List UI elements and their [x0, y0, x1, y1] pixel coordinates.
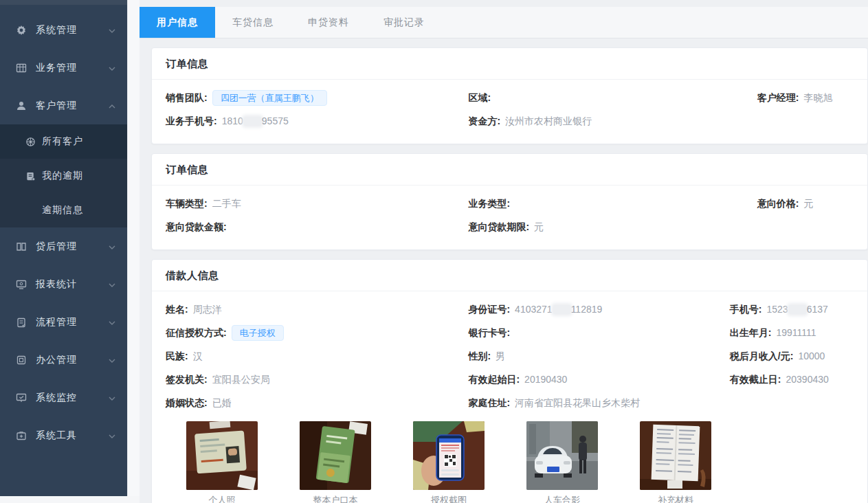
- sidebar-item-label: 客户管理: [36, 100, 108, 112]
- card-title: 订单信息: [152, 154, 867, 186]
- borrower-photos: 个人照: [186, 421, 854, 503]
- field-row: 车辆类型:二手车 业务类型: 意向价格:元: [166, 192, 854, 215]
- sidebar-item-reports[interactable]: 报表统计: [0, 265, 127, 303]
- toolbox-icon: [15, 429, 27, 441]
- auth-qr-photo[interactable]: [413, 421, 485, 490]
- card-body: 姓名:周志洋 身份证号:4103271112819 手机号:15236137 征…: [152, 291, 867, 503]
- field-label: 有效截止日:: [730, 374, 781, 385]
- order-info-card-2: 订单信息 车辆类型:二手车 业务类型: 意向价格:元 意向贷款金额:: [151, 153, 868, 250]
- chevron-down-icon: [108, 394, 116, 402]
- card-title: 借款人信息: [152, 260, 867, 291]
- field-row: 婚姻状态:已婚 家庭住址:河南省宜阳县花果山乡木柴村: [166, 391, 854, 414]
- sidebar-item-label: 系统监控: [36, 392, 108, 404]
- sidebar-content-divider: [127, 0, 140, 503]
- sidebar: 系统管理 业务管理 客户管理 所有客户 我的逾期 逾期信息: [0, 0, 127, 496]
- field-row: 意向贷款金额: 意向贷款期限:元: [166, 215, 854, 238]
- chevron-down-icon: [108, 243, 116, 251]
- credit-auth-tag: 电子授权: [232, 325, 284, 341]
- sidebar-item-monitor[interactable]: 系统监控: [0, 379, 127, 416]
- sidebar-item-overdue-info[interactable]: 逾期信息: [0, 193, 127, 227]
- field-row: 业务手机号:181095575 资金方:汝州市农村商业银行: [166, 109, 854, 133]
- tab-content: 订单信息 销售团队:四团一营（直属王鹏飞） 区域: 客户经理:李晓旭 业务手机号…: [140, 38, 868, 503]
- field-value: 汝州市农村商业银行: [505, 115, 592, 126]
- grid-icon: [15, 62, 27, 74]
- book-icon: [15, 241, 27, 252]
- sidebar-item-label: 贷后管理: [36, 241, 108, 253]
- sidebar-item-system[interactable]: 系统管理: [0, 11, 127, 49]
- field-value: 20190430: [524, 374, 567, 385]
- bottom-scroll-strip: [0, 496, 140, 503]
- field-value: 汉: [193, 350, 203, 361]
- card-body: 销售团队:四团一营（直属王鹏飞） 区域: 客户经理:李晓旭 业务手机号:1810…: [152, 80, 867, 144]
- clipboard-icon: [15, 316, 27, 328]
- tab-loan-application-docs[interactable]: 申贷资料: [291, 7, 366, 38]
- field-row: 征信授权方式:电子授权 银行卡号: 出生年月:19911111: [166, 321, 854, 344]
- sales-team-tag: 四团一营（直属王鹏飞）: [212, 90, 327, 106]
- person-car-photo[interactable]: [526, 421, 598, 490]
- photo-caption: 整本户口本: [300, 494, 371, 503]
- photo-caption: 人车合影: [526, 494, 598, 503]
- sidebar-item-process[interactable]: 流程管理: [0, 303, 127, 341]
- document-photo[interactable]: [640, 421, 711, 490]
- photo-caption: 个人照: [186, 494, 258, 503]
- field-label: 有效起始日:: [468, 374, 520, 385]
- order-info-card-1: 订单信息 销售团队:四团一营（直属王鹏飞） 区域: 客户经理:李晓旭 业务手机号…: [151, 47, 868, 144]
- field-value: 15236137: [766, 304, 827, 315]
- photo-item: 个人照: [186, 421, 258, 503]
- field-row: 签发机关:宜阳县公安局 有效起始日:20190430 有效截止日:2039043…: [166, 368, 854, 391]
- field-ethnicity: 民族:汉: [166, 350, 468, 363]
- sidebar-item-my-overdue[interactable]: 我的逾期: [0, 159, 127, 193]
- tab-approval-records[interactable]: 审批记录: [366, 7, 442, 38]
- tab-car-loan-info[interactable]: 车贷信息: [215, 7, 291, 38]
- sidebar-item-customer[interactable]: 客户管理: [0, 87, 127, 124]
- field-label: 签发机关:: [166, 374, 208, 385]
- field-value: 已婚: [212, 397, 232, 408]
- chevron-down-icon: [108, 26, 116, 34]
- chevron-down-icon: [108, 432, 116, 440]
- user-icon: [15, 100, 27, 111]
- field-value: 19911111: [776, 327, 816, 338]
- field-marital-status: 婚姻状态:已婚: [166, 396, 468, 410]
- field-label: 手机号:: [730, 304, 762, 315]
- sidebar-item-all-customers[interactable]: 所有客户: [0, 124, 127, 159]
- household-booklet-photo[interactable]: [300, 421, 371, 490]
- redacted-blur: [244, 117, 261, 126]
- chevron-down-icon: [108, 64, 116, 72]
- sidebar-item-postloan[interactable]: 贷后管理: [0, 227, 127, 265]
- sidebar-item-tools[interactable]: 系统工具: [0, 416, 127, 454]
- field-name: 姓名:周志洋: [166, 303, 468, 316]
- field-funder: 资金方:汝州市农村商业银行: [468, 115, 757, 128]
- field-sales-team: 销售团队:四团一营（直属王鹏飞）: [166, 90, 468, 106]
- field-label: 区域:: [468, 92, 491, 103]
- field-label: 车辆类型:: [166, 198, 208, 209]
- field-credit-auth: 征信授权方式:电子授权: [166, 325, 468, 341]
- sidebar-item-business[interactable]: 业务管理: [0, 49, 127, 87]
- field-home-address: 家庭住址:河南省宜阳县花果山乡木柴村: [468, 396, 729, 410]
- field-birth: 出生年月:19911111: [730, 326, 854, 339]
- chevron-down-icon: [108, 280, 116, 289]
- field-value: 10000: [798, 350, 825, 361]
- square-icon: [15, 354, 27, 366]
- sidebar-item-label: 流程管理: [36, 316, 108, 328]
- photo-item: 人车合影: [526, 421, 598, 503]
- field-label: 身份证号:: [468, 304, 510, 315]
- sidebar-item-label: 系统管理: [36, 24, 108, 36]
- field-value: 181095575: [222, 115, 289, 126]
- field-label: 姓名:: [166, 304, 188, 315]
- field-business-phone: 业务手机号:181095575: [166, 115, 468, 128]
- photo-caption: 补充材料: [640, 494, 711, 503]
- photo-item: 整本户口本: [300, 421, 371, 503]
- redacted-blur: [789, 305, 806, 314]
- field-label: 业务类型:: [468, 198, 510, 209]
- monitor-icon: [15, 278, 27, 290]
- field-value: 20390430: [786, 374, 828, 385]
- gear-icon: [15, 24, 27, 36]
- id-card-photo[interactable]: [186, 421, 258, 490]
- field-valid-to: 有效截止日:20390430: [730, 373, 854, 386]
- sidebar-item-office[interactable]: 办公管理: [0, 341, 127, 379]
- tab-user-info[interactable]: 用户信息: [140, 7, 215, 38]
- field-row: 销售团队:四团一营（直属王鹏飞） 区域: 客户经理:李晓旭: [166, 86, 854, 109]
- field-label: 税后月收入/元:: [730, 350, 794, 361]
- field-value: 元: [534, 221, 544, 232]
- wheel-icon: [25, 136, 36, 147]
